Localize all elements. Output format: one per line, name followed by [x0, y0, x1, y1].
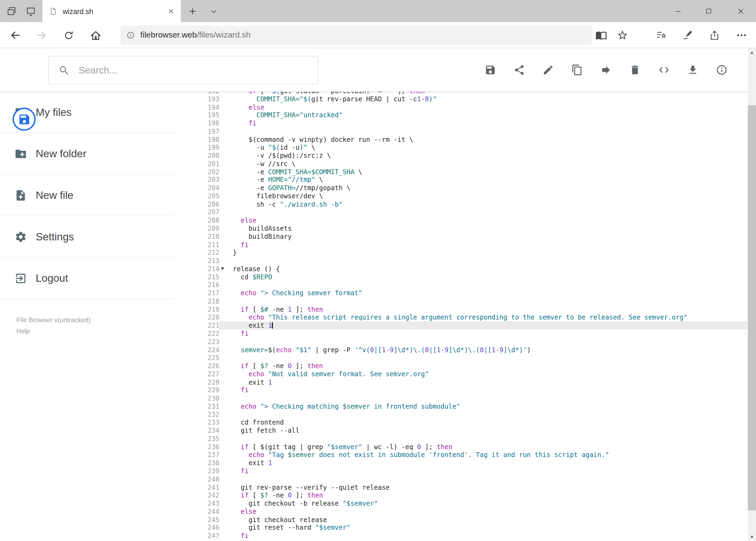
- code-line[interactable]: 198 $(command -v winpty) docker run --rm…: [201, 135, 748, 144]
- code-text[interactable]: [226, 208, 748, 216]
- code-line[interactable]: 231 echo "> Checking matching $semver in…: [201, 402, 748, 410]
- scrollbar-thumb[interactable]: [748, 105, 756, 510]
- code-text[interactable]: }: [226, 249, 748, 257]
- code-text[interactable]: [226, 257, 748, 265]
- code-text[interactable]: [226, 281, 748, 289]
- code-line[interactable]: 207: [201, 208, 748, 216]
- code-text[interactable]: cd $REPO: [226, 273, 748, 281]
- code-line[interactable]: 241 git rev-parse --verify --quiet relea…: [201, 483, 748, 491]
- code-line[interactable]: 245 git checkout release: [201, 516, 748, 524]
- code-text[interactable]: -w //src \: [226, 160, 748, 168]
- code-line[interactable]: 243 git checkout -b release "$semver": [201, 499, 748, 507]
- code-text[interactable]: [226, 127, 748, 135]
- code-text[interactable]: -e HOME="//tmp" \: [226, 176, 748, 184]
- sidebar-item-new-folder[interactable]: New folder: [0, 133, 175, 175]
- code-text[interactable]: if [ $? -ne 0 ]; then: [226, 362, 748, 370]
- address-bar[interactable]: filebrowser.web/files/wizard.sh: [121, 26, 592, 45]
- code-line[interactable]: 224 semver=$(echo "$1" | grep -P '^v(0|[…: [201, 346, 748, 354]
- code-text[interactable]: [226, 337, 748, 346]
- code-line[interactable]: 237 echo "Tag $semver does not exist in …: [201, 451, 748, 459]
- code-line[interactable]: 242 if [ $? -ne 0 ]; then: [201, 491, 748, 499]
- code-line[interactable]: 208 else: [201, 216, 748, 225]
- search-box[interactable]: [48, 56, 318, 84]
- more-icon[interactable]: [732, 26, 751, 45]
- code-text[interactable]: cd frontend: [226, 418, 748, 426]
- code-line[interactable]: 233 cd frontend: [201, 418, 748, 426]
- code-text[interactable]: [226, 475, 748, 483]
- ink-icon[interactable]: [678, 26, 697, 45]
- code-text[interactable]: COMMIT_SHA="untracked": [226, 111, 748, 119]
- close-tab-icon[interactable]: [168, 8, 174, 14]
- code-line[interactable]: 215 cd $REPO: [201, 273, 748, 281]
- code-text[interactable]: git checkout -b release "$semver": [226, 499, 748, 507]
- code-line[interactable]: 199 -u "$(id -u)" \: [201, 144, 748, 152]
- fold-arrow-icon[interactable]: ▼: [219, 265, 226, 273]
- code-text[interactable]: [226, 394, 748, 402]
- hub-icon[interactable]: [652, 26, 671, 45]
- code-line[interactable]: 247 fi: [201, 532, 748, 540]
- code-text[interactable]: else: [226, 507, 748, 516]
- save-icon[interactable]: [484, 64, 496, 76]
- code-line[interactable]: 246 git reset --hard "$semver": [201, 524, 748, 532]
- code-line[interactable]: 236 if [ $(git tag | grep "$semver" | wc…: [201, 443, 748, 451]
- code-text[interactable]: exit 1: [226, 459, 748, 467]
- code-line[interactable]: 214▼release () {: [201, 265, 748, 273]
- code-text[interactable]: fi: [226, 386, 748, 394]
- url-text[interactable]: filebrowser.web/files/wizard.sh: [140, 31, 250, 40]
- code-line[interactable]: 230: [201, 394, 748, 402]
- code-text[interactable]: -v /$(pwd):/src:z \: [226, 152, 748, 160]
- tab-list-chevron-icon[interactable]: [204, 0, 223, 22]
- code-line[interactable]: 193 COMMIT_SHA="$(git rev-parse HEAD | c…: [201, 95, 748, 103]
- page-info-icon[interactable]: [126, 31, 135, 39]
- code-text[interactable]: echo "Tag $semver does not exist in subm…: [226, 451, 748, 459]
- maximize-icon[interactable]: [693, 0, 724, 22]
- code-line[interactable]: 221 exit 1: [201, 321, 748, 329]
- code-text[interactable]: echo "Not valid semver format. See semve…: [226, 370, 748, 378]
- reading-view-icon[interactable]: [592, 26, 611, 45]
- code-line[interactable]: 226 if [ $? -ne 0 ]; then: [201, 362, 748, 370]
- code-line[interactable]: 235: [201, 435, 748, 443]
- code-text[interactable]: buildAssets: [226, 225, 748, 233]
- code-text[interactable]: fi: [226, 532, 748, 540]
- code-text[interactable]: fi: [226, 467, 748, 475]
- delete-icon[interactable]: [629, 64, 641, 76]
- code-text[interactable]: fi: [226, 329, 748, 337]
- code-text[interactable]: if [ $(git tag | grep "$semver" | wc -l)…: [226, 443, 748, 451]
- code-line[interactable]: 223: [201, 337, 748, 346]
- page-scrollbar[interactable]: ▲ ▼: [748, 48, 756, 541]
- forward-icon[interactable]: [32, 26, 51, 45]
- code-line[interactable]: 196 fi: [201, 119, 748, 127]
- scroll-up-icon[interactable]: ▲: [748, 48, 756, 56]
- move-icon[interactable]: [600, 64, 612, 76]
- code-line[interactable]: 217 echo "> Checking semver format": [201, 289, 748, 297]
- code-line[interactable]: 234 git fetch --all: [201, 426, 748, 435]
- code-text[interactable]: echo "> Checking semver format": [226, 289, 748, 297]
- code-text[interactable]: fi: [226, 241, 748, 249]
- code-line[interactable]: 213: [201, 257, 748, 265]
- download-icon[interactable]: [687, 64, 699, 76]
- code-text[interactable]: [226, 354, 748, 362]
- code-line[interactable]: 200 -v /$(pwd):/src:z \: [201, 152, 748, 160]
- edit-icon[interactable]: [543, 64, 554, 76]
- share-icon[interactable]: [513, 64, 525, 76]
- code-text[interactable]: if [ $# -ne 1 ]; then: [226, 305, 748, 313]
- code-text[interactable]: exit 1: [226, 378, 748, 386]
- code-line[interactable]: 209 buildAssets: [201, 225, 748, 233]
- scroll-down-icon[interactable]: ▼: [748, 533, 756, 541]
- sidebar-item-logout[interactable]: Logout: [0, 258, 175, 299]
- code-icon[interactable]: [658, 64, 670, 76]
- code-line[interactable]: 206 sh -c "./wizard.sh -b": [201, 200, 748, 208]
- code-text[interactable]: git rev-parse --verify --quiet release: [226, 483, 748, 491]
- code-line[interactable]: 201 -w //src \: [201, 160, 748, 168]
- code-line[interactable]: 239 fi: [201, 467, 748, 475]
- code-text[interactable]: git reset --hard "$semver": [226, 524, 748, 532]
- code-text[interactable]: [226, 435, 748, 443]
- code-line[interactable]: 225: [201, 354, 748, 362]
- code-text[interactable]: if [ $? -ne 0 ]; then: [226, 491, 748, 499]
- code-line[interactable]: 212}: [201, 249, 748, 257]
- code-line[interactable]: 194 else: [201, 103, 748, 111]
- code-text[interactable]: git fetch --all: [226, 426, 748, 435]
- code-line[interactable]: 238 exit 1: [201, 459, 748, 467]
- code-text[interactable]: fi: [226, 119, 748, 127]
- tab-preview-icon[interactable]: [21, 0, 41, 22]
